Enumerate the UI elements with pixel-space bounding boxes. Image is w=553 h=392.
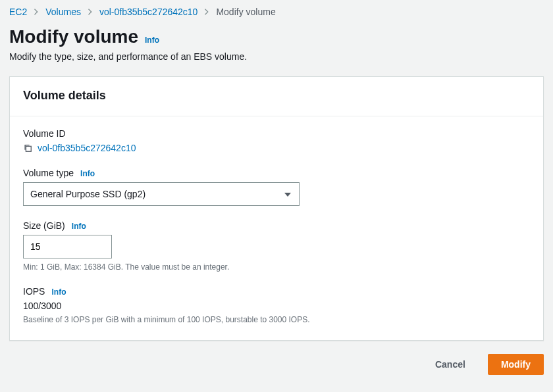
chevron-right-icon [34, 9, 39, 15]
breadcrumb-current: Modify volume [216, 7, 275, 17]
iops-hint: Baseline of 3 IOPS per GiB with a minimu… [23, 315, 530, 324]
actions-row: Cancel Modify [9, 341, 544, 375]
iops-label: IOPS [23, 286, 45, 297]
info-link-heading[interactable]: Info [145, 36, 159, 45]
field-iops: IOPS Info 100/3000 Baseline of 3 IOPS pe… [23, 286, 530, 324]
volume-type-label: Volume type [23, 168, 74, 178]
info-link-iops[interactable]: Info [51, 287, 66, 297]
iops-value: 100/3000 [23, 301, 530, 311]
volume-id-link[interactable]: vol-0fb35b5c272642c10 [38, 143, 136, 153]
svg-rect-0 [26, 146, 31, 151]
page-title: Modify volume [9, 26, 138, 47]
size-label: Size (GiB) [23, 220, 65, 231]
chevron-right-icon [88, 9, 93, 15]
chevron-right-icon [204, 9, 209, 15]
breadcrumb-volumes[interactable]: Volumes [45, 7, 81, 17]
copy-icon[interactable] [23, 143, 32, 153]
volume-type-select[interactable]: General Purpose SSD (gp2) [23, 182, 300, 206]
field-volume-type: Volume type Info General Purpose SSD (gp… [23, 168, 530, 206]
modify-button[interactable]: Modify [488, 354, 544, 375]
field-volume-id: Volume ID vol-0fb35b5c272642c10 [23, 128, 530, 153]
field-size: Size (GiB) Info Min: 1 GiB, Max: 16384 G… [23, 220, 530, 272]
info-link-size[interactable]: Info [72, 222, 86, 231]
breadcrumb-ec2[interactable]: EC2 [9, 7, 27, 17]
cancel-button[interactable]: Cancel [422, 354, 479, 375]
volume-details-panel: Volume details Volume ID vol-0fb35b5c272… [9, 76, 544, 341]
size-input[interactable] [23, 235, 112, 258]
breadcrumb: EC2 Volumes vol-0fb35b5c272642c10 Modify… [9, 7, 544, 26]
caret-down-icon [284, 189, 291, 199]
size-hint: Min: 1 GiB, Max: 16384 GiB. The value mu… [23, 262, 530, 272]
panel-title: Volume details [23, 89, 530, 103]
volume-type-selected: General Purpose SSD (gp2) [30, 189, 145, 199]
page-description: Modify the type, size, and performance o… [9, 51, 544, 62]
breadcrumb-volume-id[interactable]: vol-0fb35b5c272642c10 [99, 7, 198, 17]
info-link-volume-type[interactable]: Info [80, 169, 95, 178]
volume-id-label: Volume ID [23, 128, 66, 139]
